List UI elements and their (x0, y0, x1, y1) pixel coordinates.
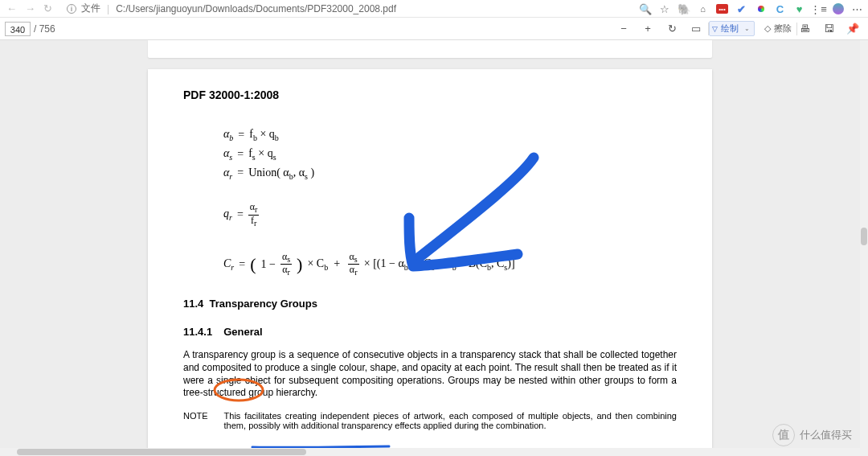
print-icon[interactable]: 🖶 (797, 22, 812, 36)
horizontal-scrollbar[interactable] (0, 448, 860, 456)
lastpass-icon[interactable]: ••• (716, 4, 728, 14)
zoom-out-icon[interactable]: − (616, 22, 631, 36)
note-row: NOTE This facilitates creating independe… (183, 411, 677, 430)
zoom-in-icon[interactable]: + (641, 22, 655, 36)
forward-icon[interactable]: → (25, 2, 35, 14)
watermark-badge: 值 (772, 424, 795, 446)
nav-arrow-group: ← → ↻ (0, 2, 59, 14)
zoom-group: − + ↻ ▭ (616, 22, 703, 36)
section-title: Transparency Groups (210, 298, 317, 310)
erase-button[interactable]: ◇ 擦除 (764, 23, 792, 35)
browser-address-bar: ← → ↻ i 文件 | C:/Users/jianguoyun/Downloa… (0, 0, 868, 18)
clip-icon[interactable]: ⌂ (697, 3, 709, 15)
save-icon[interactable]: 🖫 (821, 22, 836, 36)
document-title: PDF 32000-1:2008 (183, 88, 677, 101)
info-icon[interactable]: i (67, 4, 76, 14)
equation-block-3: Cr= ( 1 − αsαr ) × Cb + αsαr × [(1 − αb)… (223, 250, 677, 278)
ext-shield-icon[interactable]: ♥ (793, 3, 805, 15)
chevron-down-icon: ⌄ (744, 25, 750, 32)
page-total-label: / 756 (34, 23, 55, 35)
eraser-icon: ◇ (764, 23, 771, 34)
vertical-scrollbar[interactable] (860, 40, 868, 456)
pdf-viewport[interactable]: PDF 32000-1:2008 αb=fb × qb αs=fs × qs α… (0, 40, 868, 456)
ext-rainbow-icon[interactable] (755, 3, 767, 15)
draw-button[interactable]: ▽ 绘制 ⌄ (709, 21, 755, 36)
extension-icons: 🔍 ☆ 🐘 ⌂ ••• ✔ C ♥ ⋮≡ ⋯ (634, 0, 868, 18)
rotate-icon[interactable]: ↻ (665, 22, 679, 36)
fit-icon[interactable]: ▭ (689, 22, 703, 36)
equation-block-2: qr= αrfr (223, 202, 677, 228)
section-heading: 11.4 Transparency Groups (183, 298, 677, 310)
paragraph-1: A transparency group is a sequence of co… (183, 349, 677, 399)
previous-page-sliver (148, 40, 712, 58)
pdf-page: PDF 32000-1:2008 αb=fb × qb αs=fs × qs α… (148, 69, 712, 456)
url-path: C:/Users/jianguoyun/Downloads/Documents/… (116, 3, 396, 14)
section-number: 11.4 (183, 298, 203, 310)
page-number-input[interactable]: 340 (5, 22, 31, 36)
draw-label: 绘制 (721, 23, 739, 35)
note-label: NOTE (183, 411, 208, 430)
file-label: 文件 (81, 2, 100, 15)
output-group: 🖶 🖫 📌 (797, 22, 860, 36)
url-separator: | (107, 3, 109, 14)
pin-icon[interactable]: 📌 (845, 22, 860, 36)
more-icon[interactable]: ⋯ (851, 3, 863, 15)
pdf-toolbar: 340 / 756 − + ↻ ▭ ▽ 绘制 ⌄ ◇ 擦除 🖶 🖫 📌 (0, 18, 868, 40)
equation-block-1: αb=fb × qb αs=fs × qs αr=Union( αb, αs ) (223, 125, 677, 183)
ext-c-icon[interactable]: C (774, 3, 786, 15)
profile-icon[interactable] (832, 3, 844, 15)
watermark-text: 什么值得买 (800, 428, 852, 442)
pen-triangle-icon: ▽ (712, 25, 718, 33)
erase-label: 擦除 (774, 23, 792, 35)
favorite-icon[interactable]: ☆ (658, 3, 670, 15)
annotate-group: ▽ 绘制 ⌄ ◇ 擦除 (709, 21, 792, 36)
url-area[interactable]: i 文件 | C:/Users/jianguoyun/Downloads/Doc… (59, 2, 396, 15)
reload-icon[interactable]: ↻ (43, 2, 52, 14)
subsection-number: 11.4.1 (183, 326, 212, 338)
evernote-icon[interactable]: 🐘 (678, 3, 690, 15)
reading-list-icon[interactable]: ⋮≡ (813, 3, 825, 15)
note-text: This facilitates creating independent pi… (224, 411, 677, 430)
zoom-icon[interactable]: 🔍 (639, 3, 651, 15)
subsection-title: General (223, 326, 262, 338)
ext-blue-icon[interactable]: ✔ (735, 3, 747, 15)
site-watermark: 值 什么值得买 (772, 424, 852, 446)
subsection-heading: 11.4.1 General (183, 326, 677, 338)
back-icon[interactable]: ← (6, 2, 17, 14)
